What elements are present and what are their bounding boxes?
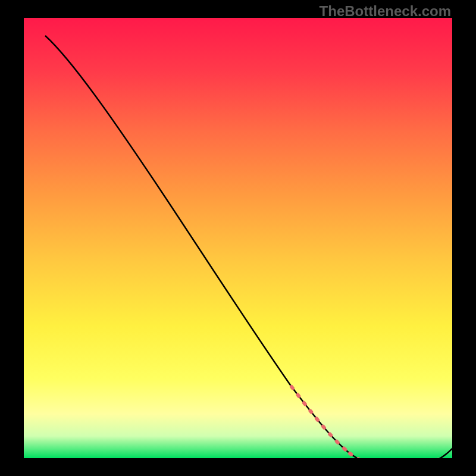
chart-svg bbox=[24, 18, 452, 458]
gradient-background bbox=[24, 18, 452, 458]
watermark-text: TheBottleneck.com bbox=[320, 3, 451, 20]
bottleneck-chart bbox=[24, 18, 452, 458]
